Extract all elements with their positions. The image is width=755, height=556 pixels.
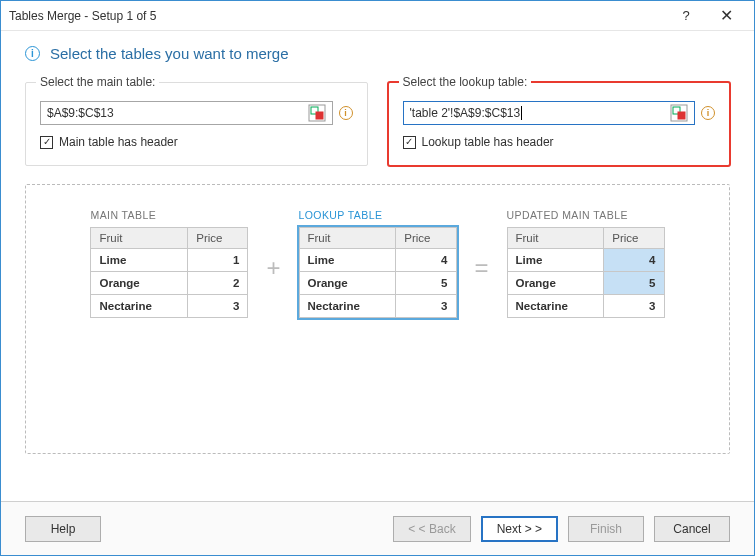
lookup-table: FruitPrice Lime4 Orange5 Nectarine3 [299,227,457,318]
next-button[interactable]: Next > > [481,516,558,542]
main-table-value: $A$9:$C$13 [47,106,114,120]
col-header: Fruit [91,228,188,249]
lookup-header-checkbox-row[interactable]: ✓ Lookup table has header [403,135,716,149]
main-header-checkbox-label: Main table has header [59,135,178,149]
main-table-input[interactable]: $A$9:$C$13 [40,101,333,125]
main-table-panel: Select the main table: $A$9:$C$13 i ✓ Ma… [25,82,368,166]
help-button[interactable]: ? [666,2,706,30]
info-icon[interactable]: i [339,106,353,120]
back-button: < < Back [393,516,470,542]
main-table: FruitPrice Lime1 Orange2 Nectarine3 [90,227,248,318]
table-row: Lime4 [299,249,456,272]
table-row: Orange5 [507,272,664,295]
titlebar: Tables Merge - Setup 1 of 5 ? ✕ [1,1,754,31]
main-header-checkbox-row[interactable]: ✓ Main table has header [40,135,353,149]
lookup-table-title: LOOKUP TABLE [299,209,457,221]
range-selector-icon[interactable] [670,104,688,122]
col-header: Price [604,228,664,249]
lookup-table-preview: LOOKUP TABLE FruitPrice Lime4 Orange5 Ne… [299,209,457,318]
plus-icon: + [266,254,280,282]
instruction-row: i Select the tables you want to merge [25,45,730,62]
main-table-preview: MAIN TABLE FruitPrice Lime1 Orange2 Nect… [90,209,248,318]
table-row: Nectarine3 [91,295,248,318]
lookup-table-panel: Select the lookup table: 'table 2'!$A$9:… [388,82,731,166]
col-header: Price [396,228,456,249]
svg-rect-2 [316,112,323,119]
updated-table-preview: UPDATED MAIN TABLE FruitPrice Lime4 Oran… [507,209,665,318]
updated-table: FruitPrice Lime4 Orange5 Nectarine3 [507,227,665,318]
info-icon: i [25,46,40,61]
table-row: Nectarine3 [299,295,456,318]
info-icon[interactable]: i [701,106,715,120]
main-table-label: Select the main table: [36,75,159,89]
lookup-header-checkbox-label: Lookup table has header [422,135,554,149]
col-header: Fruit [299,228,396,249]
dialog-content: i Select the tables you want to merge Se… [1,31,754,472]
button-bar: Help < < Back Next > > Finish Cancel [1,501,754,555]
cancel-button[interactable]: Cancel [654,516,730,542]
svg-rect-5 [678,112,685,119]
main-table-title: MAIN TABLE [90,209,248,221]
selection-panels: Select the main table: $A$9:$C$13 i ✓ Ma… [25,82,730,166]
finish-button: Finish [568,516,644,542]
checkbox-checked-icon: ✓ [40,136,53,149]
equals-icon: = [475,254,489,282]
col-header: Fruit [507,228,604,249]
window-title: Tables Merge - Setup 1 of 5 [9,9,666,23]
table-row: Lime4 [507,249,664,272]
instruction-text: Select the tables you want to merge [50,45,288,62]
checkbox-checked-icon: ✓ [403,136,416,149]
lookup-table-input[interactable]: 'table 2'!$A$9:$C$13 [403,101,696,125]
lookup-table-label: Select the lookup table: [399,75,532,89]
close-button[interactable]: ✕ [706,2,746,30]
table-row: Lime1 [91,249,248,272]
lookup-table-value: 'table 2'!$A$9:$C$13 [410,106,526,120]
dialog-window: Tables Merge - Setup 1 of 5 ? ✕ i Select… [0,0,755,556]
help-button[interactable]: Help [25,516,101,542]
range-selector-icon[interactable] [308,104,326,122]
preview-area: MAIN TABLE FruitPrice Lime1 Orange2 Nect… [25,184,730,454]
updated-table-title: UPDATED MAIN TABLE [507,209,665,221]
table-row: Nectarine3 [507,295,664,318]
table-row: Orange5 [299,272,456,295]
col-header: Price [188,228,248,249]
table-row: Orange2 [91,272,248,295]
